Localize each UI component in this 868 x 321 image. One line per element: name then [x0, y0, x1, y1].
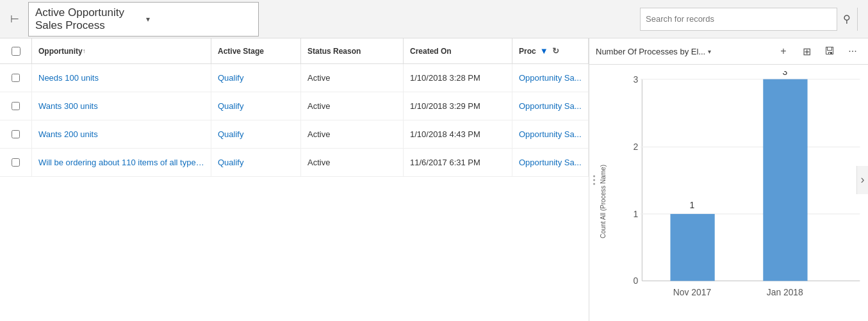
chart-title: Number Of Processes by El... ▾ [596, 47, 771, 56]
cell-status-reason: Active [301, 64, 404, 92]
sort-asc-icon: ↑ [83, 47, 86, 54]
cell-process: Opportunity Sa... [512, 149, 589, 176]
chart-title-text: Number Of Processes by El... [596, 47, 705, 56]
cell-created-on: 1/10/2018 3:29 PM [404, 92, 512, 120]
chevron-down-icon: ▾ [146, 15, 252, 24]
col-header-status-reason[interactable]: Status Reason [301, 38, 404, 63]
cell-active-stage: Qualify [211, 92, 301, 120]
grid-body: Needs 100 units Qualify Active 1/10/2018… [0, 64, 589, 321]
col-label-status-reason: Status Reason [307, 47, 361, 56]
row-checkbox[interactable] [12, 130, 20, 138]
refresh-icon[interactable]: ↻ [552, 46, 559, 56]
save-icon: 🖫 [824, 45, 835, 57]
svg-text:0: 0 [633, 276, 638, 286]
opportunity-link[interactable]: Needs 100 units [38, 73, 204, 83]
search-input[interactable] [641, 14, 837, 24]
row-checkbox[interactable] [12, 158, 20, 167]
process-value[interactable]: Opportunity Sa... [519, 158, 582, 167]
dot [593, 183, 595, 185]
status-reason-value: Active [307, 129, 330, 139]
bar-jan-2018[interactable] [763, 79, 807, 281]
data-panel: Opportunity ↑ Active Stage Status Reason… [0, 38, 589, 321]
more-icon: ··· [848, 45, 856, 57]
process-value[interactable]: Opportunity Sa... [519, 101, 582, 111]
layout-icon: ⊞ [803, 45, 811, 58]
active-stage-value[interactable]: Qualify [218, 158, 243, 167]
row-checkbox-col [0, 120, 32, 148]
main-content: Opportunity ↑ Active Stage Status Reason… [0, 38, 868, 321]
cell-created-on: 11/6/2017 6:31 PM [404, 149, 512, 176]
y-axis-label: Count All (Process Name) [600, 165, 607, 238]
cell-status-reason: Active [301, 92, 404, 120]
col-label-active-stage: Active Stage [218, 47, 264, 56]
dot [593, 175, 595, 177]
created-on-value: 1/10/2018 4:43 PM [410, 129, 480, 139]
active-stage-value[interactable]: Qualify [218, 101, 243, 111]
pin-icon: ⊢ [10, 13, 19, 25]
cell-opportunity: Will be ordering about 110 items of all … [32, 149, 211, 176]
more-options-button[interactable]: ··· [844, 42, 862, 60]
active-stage-value[interactable]: Qualify [218, 129, 243, 139]
opportunity-link[interactable]: Will be ordering about 110 items of all … [38, 158, 204, 167]
cell-active-stage: Qualify [211, 64, 301, 92]
select-all-checkbox[interactable] [12, 47, 20, 56]
filter-icon[interactable]: ▼ [540, 46, 548, 56]
save-button[interactable]: 🖫 [821, 42, 839, 60]
col-header-process[interactable]: Proc ▼ ↻ [512, 38, 589, 63]
opportunity-link[interactable]: Wants 200 units [38, 129, 204, 139]
col-header-opportunity[interactable]: Opportunity ↑ [32, 38, 211, 63]
layout-button[interactable]: ⊞ [798, 42, 815, 60]
svg-text:2: 2 [633, 142, 638, 152]
process-value[interactable]: Opportunity Sa... [519, 73, 582, 83]
created-on-value: 11/6/2017 6:31 PM [410, 158, 480, 167]
add-chart-button[interactable]: + [774, 42, 792, 60]
svg-text:Jan 2018: Jan 2018 [767, 287, 803, 297]
expand-arrow[interactable]: › [856, 166, 868, 194]
drag-handle[interactable] [592, 172, 596, 187]
chart-header: Number Of Processes by El... ▾ + ⊞ 🖫 ··· [589, 38, 868, 65]
chart-inner: 0 1 2 3 1 [610, 71, 868, 321]
row-checkbox[interactable] [12, 102, 20, 110]
active-stage-value[interactable]: Qualify [218, 73, 243, 83]
cell-active-stage: Qualify [211, 120, 301, 148]
bar-nov-2017[interactable] [670, 214, 714, 281]
cell-opportunity: Wants 300 units [32, 92, 211, 120]
chart-svg: 0 1 2 3 1 [610, 71, 868, 321]
cell-opportunity: Needs 100 units [32, 64, 211, 92]
svg-text:3: 3 [633, 74, 638, 85]
col-header-created-on[interactable]: Created On [404, 38, 512, 63]
grid-header: Opportunity ↑ Active Stage Status Reason… [0, 38, 589, 64]
col-label-opportunity: Opportunity [38, 47, 83, 56]
col-header-active-stage[interactable]: Active Stage [211, 38, 301, 63]
header-checkbox-col [0, 38, 32, 63]
row-checkbox-col [0, 64, 32, 92]
cell-status-reason: Active [301, 120, 404, 148]
search-button[interactable]: ⚲ [837, 8, 857, 31]
chart-plot-area: 0 1 2 3 1 [610, 71, 868, 321]
process-value[interactable]: Opportunity Sa... [519, 129, 582, 139]
cell-process: Opportunity Sa... [512, 120, 589, 148]
cell-created-on: 1/10/2018 4:43 PM [404, 120, 512, 148]
table-row: Wants 300 units Qualify Active 1/10/2018… [0, 92, 589, 120]
cell-process: Opportunity Sa... [512, 64, 589, 92]
chart-panel: Number Of Processes by El... ▾ + ⊞ 🖫 ···… [589, 38, 868, 321]
status-reason-value: Active [307, 158, 330, 167]
table-row: Needs 100 units Qualify Active 1/10/2018… [0, 64, 589, 92]
row-checkbox[interactable] [12, 74, 20, 82]
chart-toolbar: + ⊞ 🖫 ··· [774, 42, 862, 60]
col-label-process: Proc [519, 47, 536, 56]
opportunity-link[interactable]: Wants 300 units [38, 101, 204, 111]
chart-title-chevron[interactable]: ▾ [708, 48, 711, 55]
search-box: ⚲ [640, 8, 858, 31]
cell-status-reason: Active [301, 149, 404, 176]
table-row: Wants 200 units Qualify Active 1/10/2018… [0, 120, 589, 149]
cell-created-on: 1/10/2018 3:28 PM [404, 64, 512, 92]
cell-opportunity: Wants 200 units [32, 120, 211, 148]
dot [593, 179, 595, 181]
status-reason-value: Active [307, 73, 330, 83]
row-checkbox-col [0, 92, 32, 120]
svg-text:3: 3 [782, 71, 787, 77]
col-label-created-on: Created On [410, 47, 452, 56]
svg-text:1: 1 [690, 200, 695, 210]
title-dropdown[interactable]: Active Opportunity Sales Process ▾ [28, 2, 259, 37]
